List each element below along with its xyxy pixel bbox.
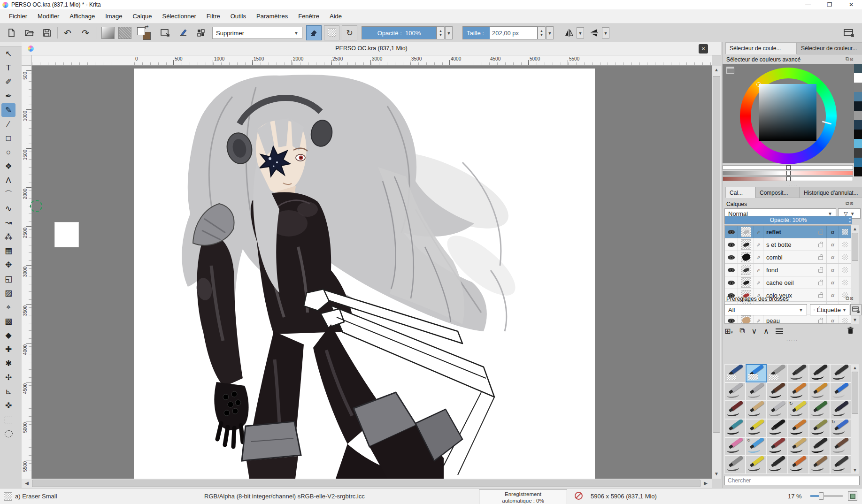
layer-passthrough-cell[interactable]: ⬀: [754, 264, 763, 276]
tool-pattern-edit[interactable]: ▩: [1, 314, 15, 328]
scroll-down-arrow[interactable]: ▼: [851, 467, 859, 473]
brush-preset[interactable]: [830, 437, 851, 456]
menu-fichier[interactable]: Fichier: [4, 10, 32, 22]
brush-preset[interactable]: [830, 456, 851, 474]
layer-row[interactable]: ⬀combiα: [725, 251, 851, 264]
advanced-color-selector[interactable]: [723, 64, 854, 163]
menu-calque[interactable]: Calque: [127, 10, 157, 22]
brush-preset[interactable]: [830, 364, 851, 382]
scroll-up-arrow[interactable]: ▲: [712, 67, 721, 72]
brush-search-input[interactable]: [724, 476, 860, 485]
save-button[interactable]: [39, 26, 54, 40]
mirror-vertical-button[interactable]: [587, 26, 602, 40]
zoom-slider-handle[interactable]: [819, 492, 824, 500]
close-docker-icon[interactable]: ⊠: [850, 295, 854, 301]
size-dropdown[interactable]: ▼: [546, 26, 554, 39]
layer-passthrough-cell[interactable]: ⬀: [754, 226, 763, 238]
brush-preset[interactable]: [788, 382, 809, 401]
scroll-thumb[interactable]: [852, 233, 858, 261]
eye-icon[interactable]: [728, 255, 735, 260]
brush-preset[interactable]: ↻: [788, 401, 809, 419]
color-history-swatch[interactable]: [854, 73, 862, 83]
color-history-swatch[interactable]: [854, 130, 862, 139]
docker-controls[interactable]: ⧉⊠: [846, 295, 854, 301]
layer-alpha-lock-cell[interactable]: α: [827, 238, 839, 251]
maximize-button[interactable]: ❐: [819, 0, 840, 9]
close-button[interactable]: ✕: [840, 0, 862, 9]
layer-inherit-alpha-cell[interactable]: [839, 264, 851, 276]
layer-lock-cell[interactable]: [815, 289, 827, 301]
tool-gradient[interactable]: ▨: [1, 286, 15, 300]
tool-edit-shapes[interactable]: ✐: [1, 75, 15, 89]
menu-modifier[interactable]: Modifier: [32, 10, 64, 22]
eraser-mode-toggle[interactable]: [306, 25, 322, 40]
alpha-lock-icon[interactable]: α: [831, 254, 834, 260]
scroll-left-arrow[interactable]: ◀: [23, 481, 30, 486]
canvas-vertical-scrollbar[interactable]: ▲ ▼: [712, 66, 721, 479]
tool-colorize-mask[interactable]: ✱: [1, 357, 15, 370]
alpha-lock-icon[interactable]: α: [831, 242, 834, 247]
lock-icon[interactable]: [818, 269, 823, 273]
alpha-lock-icon[interactable]: α: [831, 229, 834, 235]
edit-brush-settings-button[interactable]: [176, 26, 191, 40]
move-layer-up-button[interactable]: ∧: [763, 327, 769, 336]
layer-name[interactable]: cache oeil: [763, 279, 815, 286]
tool-move[interactable]: ✥: [1, 258, 15, 272]
color-selector-settings-icon[interactable]: [726, 67, 734, 74]
canvas-viewport[interactable]: [32, 66, 712, 479]
brush-view-mode-button[interactable]: [850, 304, 862, 315]
tool-assistants[interactable]: ✢: [1, 371, 15, 384]
artwork-canvas[interactable]: [134, 69, 595, 479]
float-docker-icon[interactable]: ⧉: [846, 295, 850, 301]
color-history-swatch[interactable]: [854, 92, 862, 101]
brush-preset[interactable]: [809, 456, 830, 474]
layer-name[interactable]: s et botte: [763, 241, 815, 248]
strip-handle[interactable]: [786, 176, 791, 181]
tab-layers[interactable]: Cal...: [725, 187, 755, 198]
layer-visibility-cell[interactable]: [725, 226, 738, 238]
menu-fenetre[interactable]: Fenêtre: [293, 10, 324, 22]
tool-line[interactable]: ∕: [1, 117, 15, 131]
tool-freehand-path[interactable]: ∿: [1, 202, 15, 215]
scroll-right-arrow[interactable]: ▶: [702, 481, 709, 486]
document-tab-title[interactable]: PERSO OC.kra (837,1 Mio): [22, 45, 721, 52]
choose-workspace-grid-button[interactable]: [193, 26, 208, 40]
autosave-button[interactable]: Enregistrement automatique : 0%: [479, 489, 567, 504]
docker-controls[interactable]: ⧉⊠: [846, 200, 854, 206]
layer-thumbnail-cell[interactable]: [738, 276, 754, 289]
tool-smart-patch[interactable]: ✚: [1, 343, 15, 356]
inherit-alpha-icon[interactable]: [842, 229, 848, 235]
lock-icon[interactable]: [818, 244, 823, 247]
tool-multibrush[interactable]: ⁂: [1, 230, 15, 244]
tool-bezier-select[interactable]: ⌒: [1, 188, 15, 201]
scroll-down-arrow[interactable]: ▼: [851, 317, 859, 322]
layer-inherit-alpha-cell[interactable]: [839, 251, 851, 263]
lock-icon[interactable]: [818, 256, 823, 260]
brush-preset[interactable]: [788, 419, 809, 437]
tool-calligraphy[interactable]: ✒: [1, 89, 15, 103]
scroll-down-arrow[interactable]: ▼: [712, 471, 721, 476]
delete-layer-button[interactable]: [847, 327, 854, 336]
brush-preset[interactable]: [830, 382, 851, 401]
tool-rectangle[interactable]: □: [1, 131, 15, 145]
mirror-horizontal-dropdown[interactable]: ▼: [577, 27, 584, 38]
size-spinner[interactable]: ▴▾: [538, 26, 546, 39]
canvas-horizontal-scrollbar[interactable]: ◀ ▶: [22, 479, 712, 488]
add-layer-button[interactable]: ⊞▾: [724, 327, 733, 336]
blending-mode-combobox[interactable]: Supprimer ▼: [212, 27, 302, 39]
layer-row[interactable]: ⬀s et botteα: [725, 238, 851, 251]
inherit-alpha-icon[interactable]: [842, 242, 848, 247]
opacity-dropdown[interactable]: ▼: [445, 26, 453, 39]
layer-name[interactable]: peau: [763, 317, 815, 324]
eye-icon[interactable]: [728, 319, 735, 323]
splitter[interactable]: ·····: [723, 338, 862, 343]
color-history-swatch[interactable]: [854, 139, 862, 148]
brush-preset[interactable]: [724, 401, 746, 419]
brush-preset[interactable]: [809, 401, 830, 419]
layer-inherit-alpha-cell[interactable]: [839, 314, 851, 324]
lock-icon[interactable]: [818, 320, 823, 323]
lock-icon[interactable]: [818, 294, 823, 298]
color-history-swatch[interactable]: [854, 101, 862, 111]
open-document-button[interactable]: [22, 26, 37, 40]
duplicate-layer-button[interactable]: ⧉: [739, 327, 745, 335]
